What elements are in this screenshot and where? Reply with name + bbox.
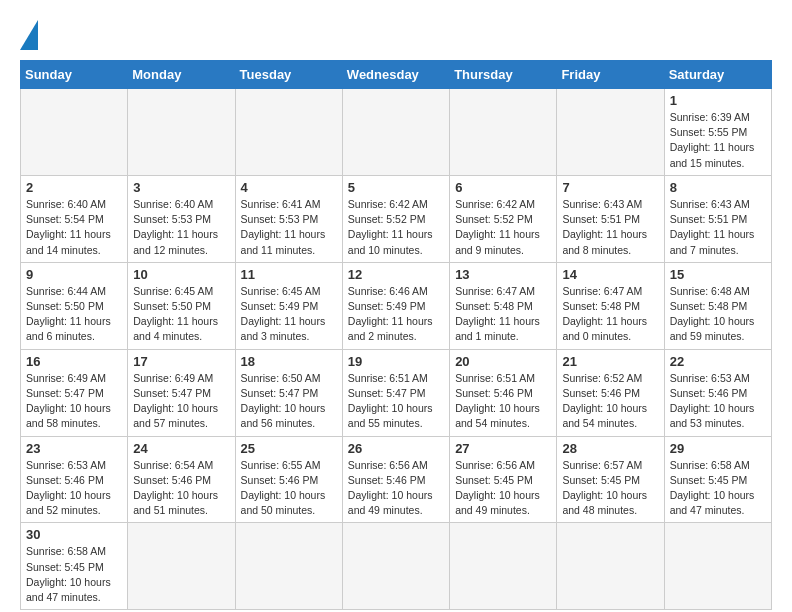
day-info: Sunrise: 6:58 AM Sunset: 5:45 PM Dayligh… [26,544,122,605]
day-info: Sunrise: 6:39 AM Sunset: 5:55 PM Dayligh… [670,110,766,171]
day-number: 30 [26,527,122,542]
calendar-day: 17Sunrise: 6:49 AM Sunset: 5:47 PM Dayli… [128,349,235,436]
calendar-day: 26Sunrise: 6:56 AM Sunset: 5:46 PM Dayli… [342,436,449,523]
calendar-day: 22Sunrise: 6:53 AM Sunset: 5:46 PM Dayli… [664,349,771,436]
day-number: 14 [562,267,658,282]
calendar-day: 5Sunrise: 6:42 AM Sunset: 5:52 PM Daylig… [342,175,449,262]
day-info: Sunrise: 6:49 AM Sunset: 5:47 PM Dayligh… [133,371,229,432]
day-number: 22 [670,354,766,369]
calendar-day [235,523,342,610]
day-info: Sunrise: 6:51 AM Sunset: 5:46 PM Dayligh… [455,371,551,432]
calendar-day: 18Sunrise: 6:50 AM Sunset: 5:47 PM Dayli… [235,349,342,436]
day-number: 27 [455,441,551,456]
calendar-day: 25Sunrise: 6:55 AM Sunset: 5:46 PM Dayli… [235,436,342,523]
logo [20,20,44,50]
day-number: 13 [455,267,551,282]
day-number: 18 [241,354,337,369]
day-info: Sunrise: 6:42 AM Sunset: 5:52 PM Dayligh… [455,197,551,258]
day-number: 16 [26,354,122,369]
calendar-day: 16Sunrise: 6:49 AM Sunset: 5:47 PM Dayli… [21,349,128,436]
calendar-body: 1Sunrise: 6:39 AM Sunset: 5:55 PM Daylig… [21,89,772,610]
calendar-day: 23Sunrise: 6:53 AM Sunset: 5:46 PM Dayli… [21,436,128,523]
day-info: Sunrise: 6:46 AM Sunset: 5:49 PM Dayligh… [348,284,444,345]
calendar-day: 8Sunrise: 6:43 AM Sunset: 5:51 PM Daylig… [664,175,771,262]
calendar-day [342,523,449,610]
calendar-day: 27Sunrise: 6:56 AM Sunset: 5:45 PM Dayli… [450,436,557,523]
calendar-day: 30Sunrise: 6:58 AM Sunset: 5:45 PM Dayli… [21,523,128,610]
calendar-day: 2Sunrise: 6:40 AM Sunset: 5:54 PM Daylig… [21,175,128,262]
day-info: Sunrise: 6:44 AM Sunset: 5:50 PM Dayligh… [26,284,122,345]
calendar-table: SundayMondayTuesdayWednesdayThursdayFrid… [20,60,772,610]
day-info: Sunrise: 6:55 AM Sunset: 5:46 PM Dayligh… [241,458,337,519]
calendar-row: 9Sunrise: 6:44 AM Sunset: 5:50 PM Daylig… [21,262,772,349]
day-info: Sunrise: 6:45 AM Sunset: 5:49 PM Dayligh… [241,284,337,345]
day-info: Sunrise: 6:53 AM Sunset: 5:46 PM Dayligh… [670,371,766,432]
day-number: 25 [241,441,337,456]
calendar-day: 15Sunrise: 6:48 AM Sunset: 5:48 PM Dayli… [664,262,771,349]
logo-icon [20,20,38,50]
calendar-header-row: SundayMondayTuesdayWednesdayThursdayFrid… [21,61,772,89]
calendar-row: 16Sunrise: 6:49 AM Sunset: 5:47 PM Dayli… [21,349,772,436]
day-info: Sunrise: 6:40 AM Sunset: 5:54 PM Dayligh… [26,197,122,258]
day-info: Sunrise: 6:51 AM Sunset: 5:47 PM Dayligh… [348,371,444,432]
calendar-day: 1Sunrise: 6:39 AM Sunset: 5:55 PM Daylig… [664,89,771,176]
weekday-header: Wednesday [342,61,449,89]
calendar-day: 11Sunrise: 6:45 AM Sunset: 5:49 PM Dayli… [235,262,342,349]
calendar-day [450,523,557,610]
calendar-day: 21Sunrise: 6:52 AM Sunset: 5:46 PM Dayli… [557,349,664,436]
calendar-row: 30Sunrise: 6:58 AM Sunset: 5:45 PM Dayli… [21,523,772,610]
day-number: 12 [348,267,444,282]
day-info: Sunrise: 6:45 AM Sunset: 5:50 PM Dayligh… [133,284,229,345]
calendar-day [128,89,235,176]
weekday-header: Friday [557,61,664,89]
day-number: 26 [348,441,444,456]
day-number: 4 [241,180,337,195]
day-info: Sunrise: 6:43 AM Sunset: 5:51 PM Dayligh… [562,197,658,258]
day-number: 17 [133,354,229,369]
calendar-day [557,523,664,610]
calendar-day [664,523,771,610]
day-number: 29 [670,441,766,456]
weekday-header: Monday [128,61,235,89]
day-info: Sunrise: 6:52 AM Sunset: 5:46 PM Dayligh… [562,371,658,432]
day-number: 2 [26,180,122,195]
calendar-day [128,523,235,610]
calendar-day: 9Sunrise: 6:44 AM Sunset: 5:50 PM Daylig… [21,262,128,349]
day-number: 5 [348,180,444,195]
day-number: 19 [348,354,444,369]
weekday-header: Saturday [664,61,771,89]
day-info: Sunrise: 6:43 AM Sunset: 5:51 PM Dayligh… [670,197,766,258]
day-number: 6 [455,180,551,195]
day-number: 23 [26,441,122,456]
calendar-day: 19Sunrise: 6:51 AM Sunset: 5:47 PM Dayli… [342,349,449,436]
day-info: Sunrise: 6:42 AM Sunset: 5:52 PM Dayligh… [348,197,444,258]
day-number: 11 [241,267,337,282]
weekday-header: Thursday [450,61,557,89]
weekday-header: Sunday [21,61,128,89]
day-info: Sunrise: 6:41 AM Sunset: 5:53 PM Dayligh… [241,197,337,258]
day-info: Sunrise: 6:57 AM Sunset: 5:45 PM Dayligh… [562,458,658,519]
day-info: Sunrise: 6:48 AM Sunset: 5:48 PM Dayligh… [670,284,766,345]
day-number: 24 [133,441,229,456]
calendar-day: 24Sunrise: 6:54 AM Sunset: 5:46 PM Dayli… [128,436,235,523]
calendar-day [342,89,449,176]
day-info: Sunrise: 6:40 AM Sunset: 5:53 PM Dayligh… [133,197,229,258]
calendar-day: 6Sunrise: 6:42 AM Sunset: 5:52 PM Daylig… [450,175,557,262]
calendar-row: 2Sunrise: 6:40 AM Sunset: 5:54 PM Daylig… [21,175,772,262]
day-number: 8 [670,180,766,195]
day-info: Sunrise: 6:47 AM Sunset: 5:48 PM Dayligh… [455,284,551,345]
day-info: Sunrise: 6:47 AM Sunset: 5:48 PM Dayligh… [562,284,658,345]
calendar-day [21,89,128,176]
day-number: 20 [455,354,551,369]
calendar-day: 12Sunrise: 6:46 AM Sunset: 5:49 PM Dayli… [342,262,449,349]
calendar-day: 28Sunrise: 6:57 AM Sunset: 5:45 PM Dayli… [557,436,664,523]
day-info: Sunrise: 6:56 AM Sunset: 5:45 PM Dayligh… [455,458,551,519]
calendar-day [450,89,557,176]
calendar-day: 3Sunrise: 6:40 AM Sunset: 5:53 PM Daylig… [128,175,235,262]
day-info: Sunrise: 6:53 AM Sunset: 5:46 PM Dayligh… [26,458,122,519]
day-number: 21 [562,354,658,369]
day-number: 10 [133,267,229,282]
weekday-header: Tuesday [235,61,342,89]
day-number: 9 [26,267,122,282]
calendar-day: 20Sunrise: 6:51 AM Sunset: 5:46 PM Dayli… [450,349,557,436]
